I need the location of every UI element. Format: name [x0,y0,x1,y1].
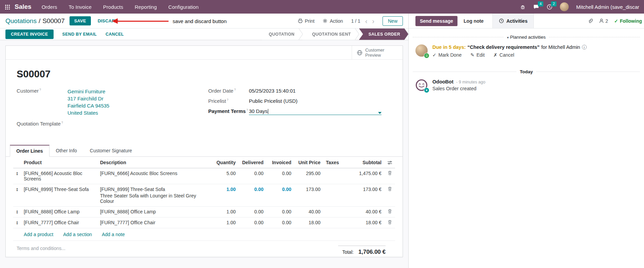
cell-invoiced[interactable]: 0.00 [266,184,294,207]
pager-prev-icon[interactable]: ‹ [365,19,368,23]
pricelist-value[interactable]: Public Pricelist (USD) [249,98,297,104]
messages-icon[interactable]: 4 [533,4,539,9]
optional-columns-icon[interactable] [387,160,392,165]
attachment-paperclip-icon[interactable] [587,18,593,24]
status-quotation[interactable]: QUOTATION [262,28,303,40]
cancel-button[interactable]: CANCEL [105,32,124,37]
chatter-toolbar: Send message Log note Activities [409,14,644,28]
delete-line-icon[interactable] [384,168,395,184]
cell-product[interactable]: [FURN_6666] Acoustic Bloc Screens [21,168,97,184]
tab-customer-signature[interactable]: Customer Signature [83,145,139,157]
action-button[interactable]: Action [323,18,343,24]
cell-delivered[interactable]: 0.00 [238,217,266,228]
add-a-product-link[interactable]: Add a product [24,232,53,237]
cell-product[interactable]: [FURN_7777] Office Chair [21,217,97,228]
cell-quantity[interactable]: 5.00 [211,168,238,184]
tab-order-lines[interactable]: Order Lines [10,145,50,157]
following-button[interactable]: ✓ Following [614,18,642,24]
cell-taxes[interactable] [323,168,342,184]
col-invoiced[interactable]: Invoiced [266,157,294,168]
cell-unit-price[interactable]: 18.00 [294,217,323,228]
message-author[interactable]: OdooBot [432,79,453,84]
customer-link[interactable]: Gemini Furniture [67,88,109,95]
menu-orders[interactable]: Orders [42,4,57,10]
menu-products[interactable]: Products [103,4,123,10]
breadcrumb-quotations-link[interactable]: Quotations [5,17,37,25]
cell-taxes[interactable] [323,217,342,228]
save-button[interactable]: SAVE [70,16,91,25]
print-button[interactable]: Print [298,18,315,24]
cell-unit-price[interactable]: 295.00 [294,168,323,184]
cell-product[interactable]: [FURN_8888] Office Lamp [21,207,97,217]
dropdown-caret-icon[interactable] [378,112,382,114]
col-quantity[interactable]: Quantity [211,157,238,168]
menu-reporting[interactable]: Reporting [135,4,157,10]
systray: 4 2 Mitchell Admin (save_discar [520,2,639,11]
activities-clock-icon[interactable]: 2 [547,4,552,10]
drag-handle-icon[interactable]: ▲▼ [13,168,21,184]
app-name[interactable]: Sales [15,3,32,11]
cell-quantity[interactable]: 1.00 [211,217,238,228]
cell-unit-price[interactable]: 173.00 [294,184,323,207]
cell-taxes[interactable] [323,207,342,217]
cell-delivered[interactable]: 0.00 [238,184,266,207]
total-box: Total: 1,706.00 € [338,246,386,255]
order-date-value[interactable]: 05/25/2023 15:40:01 [249,88,296,94]
menu-to-invoice[interactable]: To Invoice [69,4,92,10]
mark-done-button[interactable]: ✓ Mark Done [432,52,462,58]
drag-handle-icon[interactable]: ▲▼ [13,207,21,217]
followers-button[interactable]: 2 [599,18,608,24]
cell-quantity[interactable]: 1.00 [211,184,238,207]
cell-description[interactable]: [FURN_6666] Acoustic Bloc Screens [97,168,211,184]
debug-bug-icon[interactable] [520,4,526,10]
create-invoice-button[interactable]: CREATE INVOICE [5,30,54,39]
cell-invoiced[interactable]: 0.00 [266,168,294,184]
cell-unit-price[interactable]: 40.00 [294,207,323,217]
col-delivered[interactable]: Delivered [238,157,266,168]
add-a-section-link[interactable]: Add a section [63,232,92,237]
col-product[interactable]: Product [21,157,97,168]
discard-button[interactable]: DISCARD [98,18,118,23]
delete-line-icon[interactable] [384,217,395,228]
messages-count-badge: 4 [538,1,543,6]
cancel-activity-button[interactable]: ✗ Cancel [493,52,514,58]
user-name[interactable]: Mitchell Admin (save_discar [576,4,639,10]
col-description[interactable]: Description [97,157,211,168]
col-unit-price[interactable]: Unit Price [294,157,323,168]
send-by-email-button[interactable]: SEND BY EMAIL [62,32,97,37]
drag-handle-icon[interactable]: ▲▼ [13,184,21,207]
new-button[interactable]: New [383,16,403,26]
cell-delivered[interactable]: 0.00 [238,168,266,184]
user-avatar[interactable] [560,2,569,11]
activity-info-icon[interactable]: i [582,45,587,50]
status-sales-order[interactable]: SALES ORDER [359,28,408,40]
tab-other-info[interactable]: Other Info [50,145,83,157]
cell-taxes[interactable] [323,184,342,207]
cell-description[interactable]: [FURN_8999] Three-Seat Sofa Three Seater… [97,184,211,207]
delete-line-icon[interactable] [384,207,395,217]
cell-description[interactable]: [FURN_7777] Office Chair [97,217,211,228]
customer-preview-button[interactable]: Customer Preview [352,46,403,59]
edit-activity-button[interactable]: ✎ Edit [470,52,485,58]
cell-invoiced[interactable]: 0.00 [266,207,294,217]
cell-delivered[interactable]: 0.00 [238,207,266,217]
cell-invoiced[interactable]: 0.00 [266,217,294,228]
menu-configuration[interactable]: Configuration [168,4,198,10]
planned-activities-toggle[interactable]: ▾Planned activities [507,35,546,40]
delete-line-icon[interactable] [384,184,395,207]
drag-handle-icon[interactable]: ▲▼ [13,217,21,228]
payment-terms-input[interactable]: 30 Days [249,108,382,115]
col-subtotal[interactable]: Subtotal [342,157,384,168]
pager-next-icon[interactable]: › [372,19,374,23]
cell-quantity[interactable]: 1.00 [211,207,238,217]
cell-product[interactable]: [FURN_8999] Three-Seat Sofa [21,184,97,207]
status-quotation-sent[interactable]: QUOTATION SENT [303,28,359,40]
terms-and-conditions-placeholder[interactable]: Terms and conditions... [17,246,65,255]
send-message-button[interactable]: Send message [415,16,457,26]
activities-tab[interactable]: Activities [492,14,534,28]
col-taxes[interactable]: Taxes [323,157,342,168]
log-note-button[interactable]: Log note [459,16,488,26]
apps-grid-icon[interactable] [5,4,10,9]
cell-description[interactable]: [FURN_8888] Office Lamp [97,207,211,217]
add-a-note-link[interactable]: Add a note [102,232,125,237]
